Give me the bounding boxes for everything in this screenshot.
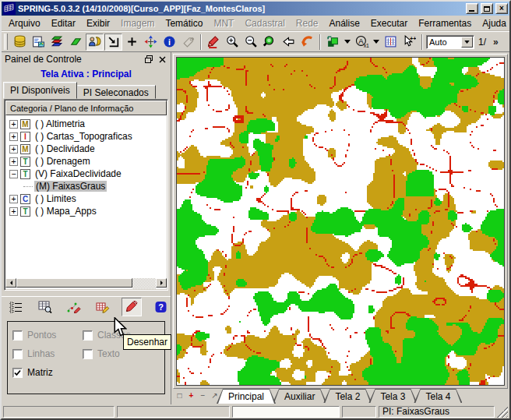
tree-item-faixasgraus[interactable]: (M) FaixasGraus	[5, 180, 167, 192]
status-message-cell	[232, 406, 340, 418]
pan-move-button[interactable]	[142, 34, 160, 51]
tab-pi-selecionados[interactable]: PI Seleconados	[76, 85, 156, 99]
restore-view-button[interactable]: □	[174, 390, 185, 401]
table-edit-button[interactable]	[93, 298, 113, 316]
text-scale-dropdown[interactable]	[372, 34, 381, 51]
scroll-left-button[interactable]	[5, 278, 16, 288]
combo-dropdown-button[interactable]	[461, 37, 473, 48]
maximize-button[interactable]	[481, 3, 493, 14]
menu-editar[interactable]: Editar	[46, 16, 81, 30]
scroll-right-button[interactable]	[156, 278, 167, 288]
tab-tela-4[interactable]: Tela 4	[414, 389, 462, 403]
zoom-out-button[interactable]	[242, 34, 260, 51]
control-panel: Painel de Controle Tela Ativa : Principa…	[2, 52, 171, 404]
back-arrow-button[interactable]	[280, 34, 298, 51]
cursor-add-button[interactable]: ++	[400, 34, 418, 51]
tree-item-limites[interactable]: +C( ) Limites	[5, 192, 167, 205]
minimize-button[interactable]	[466, 3, 478, 14]
erase-plane-button[interactable]	[67, 34, 85, 51]
zoom-region-button[interactable]	[261, 34, 279, 51]
tree-item-label[interactable]: ( ) Limites	[33, 193, 78, 204]
tree-item-label-selected[interactable]: (M) FaixasGraus	[34, 181, 107, 192]
svg-text:++: ++	[410, 35, 416, 42]
tree-item-declividade[interactable]: +M( ) Declividade	[5, 143, 167, 155]
help-button[interactable]: ?	[150, 298, 171, 316]
thematic-map-canvas[interactable]	[177, 58, 504, 385]
scrollbar-track[interactable]	[132, 278, 156, 289]
dropdown-arrow-icon	[344, 40, 351, 44]
tab-principal[interactable]: Principal	[217, 389, 276, 404]
menu-cadastral: Cadastral	[239, 16, 290, 30]
tree-item-cartas-topograficas[interactable]: +I( ) Cartas_Topograficas	[5, 130, 167, 143]
database-button[interactable]	[11, 34, 29, 51]
tree-item-label[interactable]: ( ) Drenagem	[33, 156, 92, 167]
tree-item-mapa-apps[interactable]: +T( ) Mapa_Apps	[5, 205, 167, 217]
list-view-button[interactable]	[6, 298, 26, 316]
tree-item-drenagem[interactable]: +T( ) Drenagem	[5, 155, 167, 168]
zoom-in-button[interactable]	[224, 34, 241, 51]
user-session-icon	[88, 35, 101, 48]
toolbar-gripper[interactable]	[4, 34, 8, 50]
tree-item-label[interactable]: ( ) Cartas_Topograficas	[33, 131, 134, 142]
toolbar-overflow-button[interactable]: »	[490, 37, 502, 48]
corner-arrow-button[interactable]	[104, 34, 122, 51]
tree-item-label[interactable]: ( ) Declividade	[33, 143, 97, 154]
checkbox-matriz[interactable]: Matriz	[12, 367, 83, 378]
checkbox-box-checked[interactable]	[12, 368, 23, 378]
tab-auxiliar[interactable]: Auxiliar	[273, 389, 326, 403]
vector-edit-button[interactable]	[64, 298, 84, 316]
expand-icon[interactable]: +	[9, 145, 18, 154]
draw-pencil-button[interactable]	[205, 34, 223, 51]
tab-pi-disponiveis[interactable]: PI Disponíveis	[3, 82, 77, 99]
tree-item-label[interactable]: ( ) Mapa_Apps	[33, 206, 98, 217]
tree-item-faixadeclividade[interactable]: −T(V) FaixaDeclividade	[5, 168, 167, 180]
plot-grid-button[interactable]	[382, 34, 400, 51]
recompose-button[interactable]	[324, 34, 342, 51]
layers-button[interactable]	[48, 34, 66, 51]
zoom-scale-select[interactable]: Auto	[426, 35, 474, 49]
add-view-button[interactable]: +	[186, 390, 196, 401]
map-column: □ + − ↗ Principal Auxiliar Tela 2 Tela 3…	[171, 52, 509, 404]
menu-arquivo[interactable]: Arquivo	[3, 16, 46, 30]
menu-tematico[interactable]: Temático	[160, 16, 208, 30]
menu-ajuda[interactable]: Ajuda	[477, 16, 511, 30]
expand-icon[interactable]: +	[9, 157, 18, 166]
panel-close-button[interactable]	[157, 55, 167, 64]
titlebar[interactable]: SPRING-5.0.3.2 (14/10/2008)[Curso_APP][F…	[2, 2, 509, 16]
menu-executar[interactable]: Executar	[365, 16, 413, 30]
tree-item-altimetria[interactable]: +M( ) Altimetria	[5, 118, 167, 130]
draw-button[interactable]	[122, 298, 142, 316]
tree-item-label[interactable]: (V) FaixaDeclividade	[33, 168, 123, 179]
tab-tela-3[interactable]: Tela 3	[368, 389, 417, 403]
tree-item-label[interactable]: ( ) Altimetria	[33, 118, 86, 129]
user-session-button[interactable]	[86, 34, 104, 51]
expand-icon[interactable]: +	[9, 120, 18, 129]
undo-icon	[301, 35, 314, 48]
panel-float-button[interactable]	[143, 55, 153, 64]
close-button[interactable]: ×	[495, 3, 508, 14]
info-button[interactable]: i	[160, 34, 178, 51]
menu-analise[interactable]: Análise	[324, 16, 365, 30]
expand-icon[interactable]: +	[9, 207, 18, 216]
category-type-icon: M	[20, 144, 30, 154]
recompose-dropdown[interactable]	[343, 34, 352, 51]
tree-horizontal-scrollbar[interactable]	[5, 278, 167, 289]
tab-tela-2[interactable]: Tela 2	[323, 389, 372, 403]
table-zoom-button[interactable]	[35, 298, 55, 316]
undo-button[interactable]	[298, 34, 316, 51]
registration-button[interactable]	[30, 34, 48, 51]
menu-exibir[interactable]: Exibir	[81, 16, 115, 30]
table-edit-icon	[96, 301, 110, 313]
expand-icon[interactable]: +	[9, 195, 18, 203]
detach-view-button[interactable]: ↗	[210, 390, 220, 401]
text-scale-button[interactable]: Ax1	[353, 34, 371, 51]
erase-plane-icon	[69, 35, 83, 48]
scrollbar-thumb[interactable]	[16, 278, 132, 288]
resize-grip[interactable]	[497, 407, 508, 418]
collapse-icon[interactable]: −	[9, 170, 18, 178]
remove-view-button[interactable]: −	[198, 390, 208, 401]
add-plus-button[interactable]	[123, 34, 141, 51]
expand-icon[interactable]: +	[9, 132, 18, 141]
layers-icon	[51, 35, 64, 48]
menu-ferramentas[interactable]: Ferramentas	[413, 16, 477, 30]
